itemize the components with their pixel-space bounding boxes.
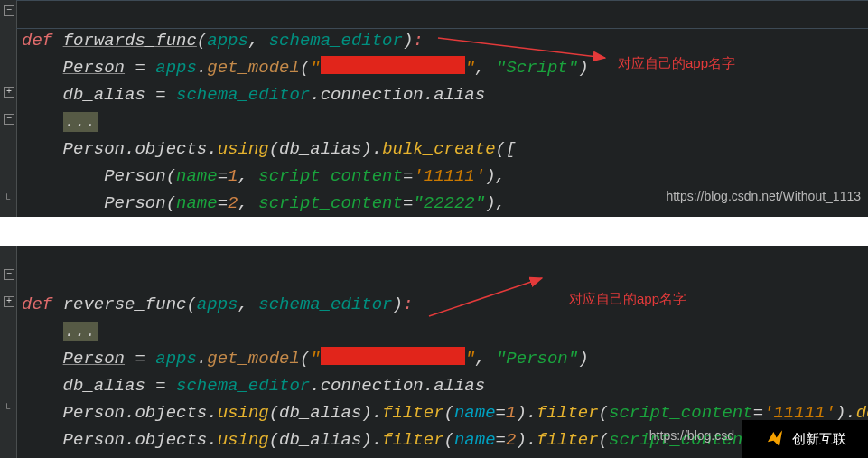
watermark-text: https://blog.csdn.net/Without_1113 [666,182,861,210]
class-person: Person [104,193,165,213]
param-schema-editor: schema_editor [258,294,392,314]
bottom-code-pane: − + └ def reverse_func(apps, schema_edit… [0,246,868,458]
string-person: "Person" [496,349,578,369]
method-using: using [218,139,269,159]
method-get-model: get_model [207,349,300,369]
param-apps: apps [197,294,238,314]
class-person: Person [104,166,165,186]
num-2: 2 [506,430,516,450]
fold-minus-icon[interactable]: − [4,269,14,280]
annotation-arrow-icon [434,31,614,76]
fold-end-icon: └ [4,405,13,414]
num-1: 1 [228,166,238,186]
num-2: 2 [228,193,238,213]
method-using: using [218,430,269,450]
var-person: Person [63,403,125,423]
ellipsis-marker: ... [63,112,98,132]
ref-schema-editor: schema_editor [176,85,310,105]
method-using: using [218,403,269,423]
prop-connection: connection [321,85,424,105]
kwarg-script-content: script_content [258,193,403,213]
num-1: 1 [506,403,516,423]
kwarg-script-content: script_content [258,166,403,186]
function-name: forwards_func [63,31,197,51]
ref-apps: apps [155,349,197,369]
svg-line-1 [438,38,605,58]
ellipsis-marker: ... [63,322,98,341]
string-22222: "22222" [413,193,485,213]
method-filter: filter [382,430,443,450]
attr-objects: objects [135,139,207,159]
param-schema-editor: schema_editor [269,31,403,51]
annotation-text: 对应自己的app名字 [618,50,735,77]
prop-connection: connection [321,376,424,396]
top-code-pane: − + − └ def forwards_func(apps, schema_e… [0,0,868,217]
ref-apps: apps [155,58,197,78]
annotation-arrow-icon [425,271,560,325]
method-filter: filter [382,403,443,423]
watermark-text: https://blog.csd [649,422,734,449]
svg-line-3 [429,278,542,316]
arg-db-alias: db_alias [279,139,361,159]
attr-objects: objects [135,403,207,423]
method-filter: filter [537,403,598,423]
var-db-alias: db_alias [63,376,145,396]
brand-logo: 创新互联 [742,420,868,458]
var-person: Person [63,58,125,78]
kwarg-name: name [176,166,218,186]
keyword-def: def [22,31,52,51]
gutter: − + └ [0,246,17,458]
method-get-model: get_model [207,58,300,78]
var-person: Person [63,430,125,450]
redacted-app-name [321,347,465,365]
prop-alias: alias [434,85,485,105]
prop-alias: alias [434,376,485,396]
attr-objects: objects [135,430,207,450]
keyword-def: def [22,294,52,314]
annotation-text: 对应自己的app名字 [569,285,686,313]
kwarg-script-content: script_content [609,403,753,423]
var-person: Person [63,139,125,159]
kwarg-name: name [454,403,496,423]
logo-text: 创新互联 [792,425,846,453]
function-name: reverse_func [63,294,187,314]
kwarg-name: name [454,430,496,450]
fold-end-icon: └ [4,195,13,204]
method-filter: filter [537,430,598,450]
var-db-alias: db_alias [63,85,145,105]
pane-gap [0,217,868,246]
method-bulk-create: bulk_create [382,139,495,159]
gutter: − + − └ [0,0,17,217]
fold-minus-icon[interactable]: − [4,114,14,125]
arg-db-alias: db_alias [279,430,361,450]
kwarg-name: name [176,193,218,213]
arg-db-alias: db_alias [279,403,361,423]
fold-plus-icon[interactable]: + [4,296,14,307]
fold-minus-icon[interactable]: − [4,5,14,16]
param-apps: apps [207,31,248,51]
var-person: Person [63,349,125,369]
ref-schema-editor: schema_editor [176,376,310,396]
string-11111: '11111' [413,166,485,186]
fold-plus-icon[interactable]: + [4,87,14,98]
logo-mark-icon [763,427,787,451]
